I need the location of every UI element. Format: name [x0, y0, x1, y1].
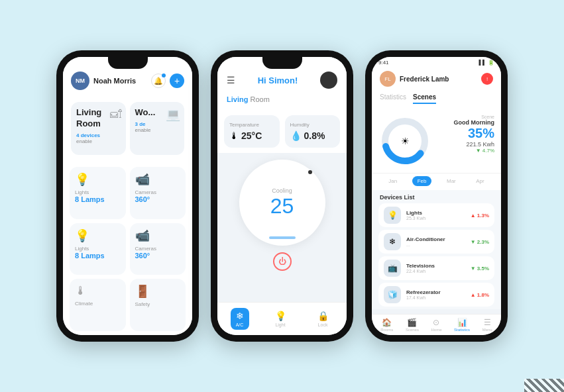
p1-bell-button[interactable]: 🔔	[151, 74, 166, 88]
p3-devices-header: Devices List	[372, 190, 501, 203]
p1-room-devices-work: 3 deenable	[135, 121, 180, 133]
p2-nav-light-label: Light	[275, 322, 285, 327]
watermark	[524, 379, 564, 392]
phone-3-screen: 9:41 ▌▌ 🔋 FL Frederick Lamb ! Statistics…	[372, 57, 501, 335]
p2-menu-icon[interactable]: ☰	[227, 75, 235, 85]
p3-kwh: 221.5 Kwh	[437, 141, 494, 148]
p1-cell-lights-1[interactable]: 💡 Lights 8 Lamps	[70, 167, 126, 219]
p3-fridge-info: Refreezerator 17.4 Kwh	[406, 289, 471, 300]
p3-nav-home-label: Home	[431, 328, 441, 332]
p2-thermostat-area: Cooling 25 ⏻	[217, 153, 347, 302]
p3-tv-info: Televisions 22.4 Kwh	[406, 263, 471, 273]
p3-chart-area: ☀ Scene Good Morning 35% 221.5 Kwh ▼ 4.7…	[372, 109, 501, 173]
p2-light-icon: 💡	[275, 311, 286, 321]
p3-month-mar[interactable]: Mar	[441, 176, 461, 186]
p1-cell-cameras-1[interactable]: 📹 Cameras 360°	[130, 167, 186, 219]
p1-lights-label-2: Lights	[75, 246, 89, 252]
p3-nav-statistics[interactable]: 📊 Statistics	[454, 318, 470, 332]
p1-room-icon-work: 💻	[166, 107, 180, 122]
p2-avatar	[320, 72, 337, 89]
p1-safety-icon: 🚪	[135, 284, 150, 299]
p3-fridge-kwh: 17.4 Kwh	[406, 295, 471, 300]
p1-cell-cameras-2[interactable]: 📹 Cameras 360°	[130, 223, 186, 275]
p1-cameras-label-1: Cameras	[135, 189, 156, 195]
p2-room-subtitle: Living Room	[217, 94, 347, 110]
p2-lock-icon: 🔒	[317, 311, 329, 321]
p1-cameras-value-2: 360°	[135, 252, 150, 260]
p2-thermostat-arc	[269, 236, 296, 239]
notch-2	[262, 57, 302, 69]
p2-nav-light[interactable]: 💡 Light	[270, 308, 292, 330]
phone-1-screen: NM Noah Morris 🔔 + LivingRoom 4 devicese…	[63, 57, 192, 335]
p1-room-work[interactable]: Wo... 3 deenable 💻	[130, 102, 185, 155]
p3-notification-button[interactable]: !	[481, 73, 493, 85]
p2-humidity-card: Humdity 💧 0.8%	[285, 115, 341, 148]
p3-home-icon: ⊙	[433, 318, 439, 327]
p3-nav-scenes[interactable]: 🎬 Scenes	[406, 318, 419, 332]
p1-safety-label: Safety	[135, 301, 150, 307]
p3-tv-change: ▼ 3.5%	[471, 266, 489, 271]
p2-thermostat-circle[interactable]: Cooling 25	[239, 160, 325, 246]
p1-avatar: NM	[71, 72, 89, 90]
p3-month-jan[interactable]: Jan	[383, 176, 402, 186]
p3-nav-rooms[interactable]: 🏠 Rooms	[380, 318, 393, 332]
p3-menu-nav-icon: ☰	[484, 318, 491, 327]
p3-nav-menu[interactable]: ☰ Menu	[482, 318, 492, 332]
p1-cell-lights-2[interactable]: 💡 Lights 8 Lamps	[70, 223, 126, 275]
p1-cameras-icon-1: 📹	[135, 172, 150, 187]
p3-change: ▼ 4.7%	[437, 148, 494, 154]
p3-lights-info: Lights 25.3 Kwh	[406, 210, 471, 220]
p1-rooms: LivingRoom 4 devicesenable 🛋 Wo... 3 dee…	[63, 97, 192, 163]
p3-fridge-device-icon: 🧊	[384, 286, 401, 303]
p2-temperature-icon: 🌡	[229, 130, 239, 141]
p2-nav-ac[interactable]: ❄ A/C	[231, 308, 249, 330]
p3-nav-home[interactable]: ⊙ Home	[431, 318, 441, 332]
phone-2: ☰ Hi Simon! Living Room Temparature 🌡 25…	[211, 50, 353, 342]
phone-3: 9:41 ▌▌ 🔋 FL Frederick Lamb ! Statistics…	[365, 50, 508, 342]
p3-nav-menu-label: Menu	[482, 328, 492, 332]
notch-1	[108, 57, 148, 69]
p3-ac-name: Air-Conditioner	[406, 236, 471, 242]
p1-cameras-value-1: 360°	[135, 195, 150, 203]
p3-device-fridge[interactable]: 🧊 Refreezerator 17.4 Kwh ▲ 1.8%	[378, 283, 494, 307]
p1-cell-climate[interactable]: 🌡 Climate	[70, 279, 126, 331]
p2-humidity-icon: 💧	[290, 130, 302, 141]
p3-tab-scenes[interactable]: Scenes	[413, 93, 436, 104]
p1-lights-value-1: 8 Lamps	[75, 195, 105, 203]
p2-bottom-nav: ❄ A/C 💡 Light 🔒 Lock	[217, 302, 347, 335]
p2-power-button[interactable]: ⏻	[273, 252, 292, 271]
p3-device-ac[interactable]: ❄ Air-Conditioner ... ▼ 2.3%	[378, 230, 494, 254]
p3-month-feb[interactable]: Feb	[412, 176, 432, 186]
p3-ac-device-icon: ❄	[384, 233, 401, 250]
p3-fridge-change: ▲ 1.8%	[471, 292, 489, 298]
p3-username: Frederick Lamb	[400, 75, 481, 83]
p1-add-button[interactable]: +	[170, 74, 184, 88]
p1-climate-label: Climate	[75, 301, 93, 307]
p1-username: Noah Morris	[93, 77, 151, 85]
p1-cell-safety[interactable]: 🚪 Safety	[130, 279, 186, 331]
p3-nav-rooms-label: Rooms	[380, 328, 393, 332]
p3-fridge-name: Refreezerator	[406, 289, 471, 295]
p3-ac-change: ▼ 2.3%	[471, 239, 489, 245]
p3-tv-device-icon: 📺	[384, 260, 401, 277]
p1-lights-value-2: 8 Lamps	[75, 252, 105, 260]
p2-cooling-value: 25	[270, 194, 294, 219]
p3-donut-chart: ☀	[378, 115, 431, 168]
p3-tv-name: Televisions	[406, 263, 471, 269]
p3-tab-statistics[interactable]: Statistics	[380, 93, 406, 104]
p3-month-apr[interactable]: Apr	[471, 176, 489, 186]
p1-lights-label-1: Lights	[75, 189, 89, 195]
p3-device-lights[interactable]: 💡 Lights 25.3 Kwh ▲ 1.3%	[378, 203, 494, 227]
p2-nav-lock[interactable]: 🔒 Lock	[312, 308, 334, 330]
p3-month-selector: Jan Feb Mar Apr	[372, 173, 501, 190]
p1-room-living[interactable]: LivingRoom 4 devicesenable 🛋	[71, 102, 126, 155]
p3-status-icons: ▌▌ 🔋	[479, 60, 494, 66]
p3-lights-device-icon: 💡	[384, 207, 401, 224]
phone-1: NM Noah Morris 🔔 + LivingRoom 4 devicese…	[56, 50, 199, 342]
p1-lights-icon-2: 💡	[75, 228, 89, 243]
p1-notification-dot	[162, 74, 166, 77]
p3-device-tv[interactable]: 📺 Televisions 22.4 Kwh ▼ 3.5%	[378, 256, 494, 280]
svg-text:☀: ☀	[401, 136, 410, 146]
p3-scene-label: Scene	[437, 115, 494, 119]
p2-humidity-label: Humdity	[290, 122, 335, 128]
